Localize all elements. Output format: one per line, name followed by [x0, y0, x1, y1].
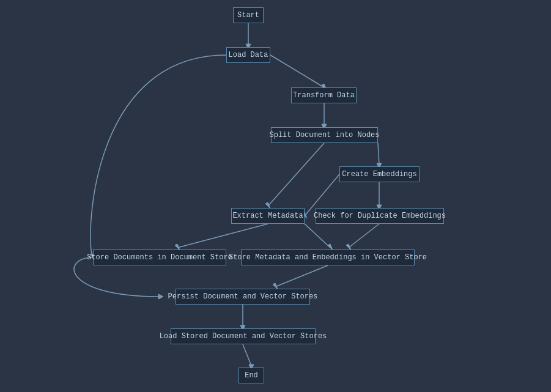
node-split-document: Split Document into Nodes: [271, 127, 378, 143]
svg-line-16: [349, 224, 379, 248]
svg-line-21: [275, 265, 328, 287]
node-load-stored: Load Stored Document and Vector Stores: [171, 328, 316, 344]
node-load-data: Load Data: [226, 47, 270, 63]
node-end: End: [239, 368, 264, 383]
svg-line-14: [177, 224, 268, 248]
node-store-documents: Store Documents in Document Store: [93, 250, 226, 265]
svg-line-8: [268, 143, 324, 206]
node-start: Start: [233, 7, 264, 23]
node-persist: Persist Document and Vector Stores: [176, 289, 310, 305]
node-extract-metadata: Extract Metadata: [231, 208, 305, 224]
node-transform-data: Transform Data: [291, 87, 357, 103]
svg-line-25: [243, 344, 251, 366]
node-store-metadata: Store Metadata and Embeddings in Vector …: [241, 250, 415, 265]
flowchart-diagram: Start Load Data Transform Data Split Doc…: [0, 0, 551, 392]
svg-line-2: [270, 55, 324, 87]
svg-line-18: [305, 224, 330, 248]
svg-marker-20: [158, 294, 163, 299]
svg-line-6: [378, 143, 379, 165]
node-check-duplicate: Check for Duplicate Embeddings: [316, 208, 444, 224]
node-create-embeddings: Create Embeddings: [339, 166, 420, 182]
